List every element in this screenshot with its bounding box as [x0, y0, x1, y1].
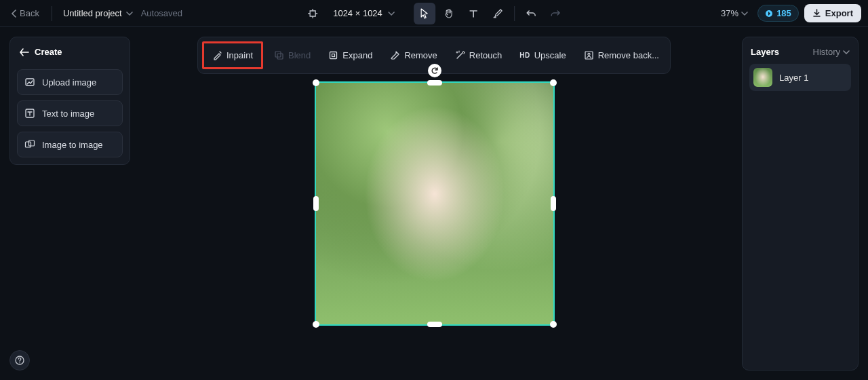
help-icon — [15, 356, 24, 365]
brush-tool[interactable] — [487, 3, 509, 24]
layers-panel-header: Layers History — [749, 44, 851, 64]
zoom-dropdown[interactable]: 37% — [717, 5, 752, 21]
resize-handle-t[interactable] — [427, 80, 442, 86]
canvas-selection[interactable] — [315, 81, 555, 326]
resize-handle-tl[interactable] — [313, 79, 319, 86]
top-bar: Back Untitled project Autosaved 1024 × 1… — [0, 0, 868, 27]
layers-panel: Layers History Layer 1 — [742, 37, 859, 370]
layer-thumbnail — [753, 68, 772, 87]
resize-handle-tr[interactable] — [550, 79, 557, 86]
resize-handle-br[interactable] — [550, 321, 557, 328]
autosave-status: Autosaved — [141, 8, 182, 18]
resize-handle-r[interactable] — [551, 196, 556, 211]
action-label: Upscale — [534, 50, 566, 60]
hand-tool[interactable] — [438, 3, 460, 24]
image-to-image-button[interactable]: Image to image — [17, 132, 123, 157]
divider — [514, 6, 515, 21]
resize-handle-bl[interactable] — [313, 321, 319, 328]
svg-rect-3 — [26, 142, 31, 147]
layer-item[interactable]: Layer 1 — [749, 64, 851, 91]
chevron-down-icon — [388, 11, 395, 16]
wand-icon — [455, 50, 465, 60]
text-to-image-button[interactable]: Text to image — [17, 100, 123, 126]
canvas-dimensions-dropdown[interactable]: 1024 × 1024 — [326, 5, 401, 21]
credits-chip[interactable]: 185 — [757, 5, 799, 22]
crop-tool[interactable] — [302, 3, 323, 24]
history-label: History — [813, 47, 840, 57]
action-label: Remove — [404, 50, 437, 60]
remove-bg-icon — [584, 50, 594, 60]
action-label: Blend — [288, 50, 311, 60]
divider — [52, 6, 52, 21]
layer-label: Layer 1 — [779, 73, 808, 83]
svg-rect-7 — [330, 52, 337, 59]
svg-point-10 — [588, 53, 590, 55]
chevron-down-icon — [741, 11, 748, 16]
download-icon — [812, 9, 821, 18]
action-label: Inpaint — [226, 50, 253, 60]
chevron-down-icon — [126, 11, 133, 16]
svg-rect-5 — [275, 52, 281, 57]
zoom-value: 37% — [721, 8, 738, 18]
text-to-image-icon — [24, 108, 35, 119]
resize-handle-l[interactable] — [313, 196, 319, 211]
create-panel-header: Create — [17, 44, 123, 64]
action-label: Retouch — [469, 50, 502, 60]
canvas-dimensions: 1024 × 1024 — [333, 8, 382, 18]
rotate-handle[interactable] — [428, 64, 441, 77]
create-item-label: Text to image — [42, 109, 94, 119]
upload-image-button[interactable]: Upload image — [17, 69, 123, 95]
canvas-toolbar: 1024 × 1024 — [302, 3, 566, 24]
eraser-icon — [390, 50, 400, 60]
remove-button[interactable]: Remove — [383, 46, 443, 64]
action-label: Expand — [342, 50, 372, 60]
cursor-tool[interactable] — [414, 3, 435, 24]
credits-icon — [765, 10, 773, 18]
back-arrow-icon — [20, 48, 29, 56]
project-name: Untitled project — [63, 8, 122, 18]
remove-background-button[interactable]: Remove back... — [577, 46, 666, 64]
blend-icon — [274, 50, 284, 60]
highlight-annotation: Inpaint — [202, 41, 263, 69]
expand-button[interactable]: Expand — [321, 46, 379, 64]
back-button[interactable]: Back — [7, 5, 43, 21]
upload-image-icon — [24, 77, 35, 88]
text-tool[interactable] — [462, 3, 484, 24]
create-item-label: Upload image — [42, 77, 96, 88]
export-label: Export — [825, 8, 853, 18]
canvas-image — [316, 83, 553, 324]
credits-value: 185 — [776, 8, 791, 18]
expand-icon — [328, 50, 338, 60]
redo-button[interactable] — [545, 3, 566, 24]
svg-rect-6 — [277, 54, 283, 59]
upscale-button[interactable]: HD Upscale — [513, 46, 572, 64]
retouch-button[interactable]: Retouch — [448, 46, 509, 64]
create-title: Create — [35, 47, 62, 57]
create-panel: Create Upload image Text to image Image … — [9, 37, 130, 165]
project-name-dropdown[interactable]: Untitled project — [60, 5, 136, 21]
image-to-image-icon — [24, 139, 35, 150]
action-label: Remove back... — [598, 50, 659, 60]
back-label: Back — [20, 8, 39, 18]
inpaint-icon — [212, 50, 222, 60]
export-button[interactable]: Export — [804, 4, 861, 22]
svg-rect-8 — [332, 54, 335, 57]
svg-rect-4 — [29, 140, 35, 146]
blend-button[interactable]: Blend — [267, 46, 317, 64]
history-dropdown[interactable]: History — [813, 47, 850, 57]
undo-button[interactable] — [520, 3, 542, 24]
hd-badge: HD — [519, 52, 530, 59]
layers-title: Layers — [751, 47, 779, 57]
create-item-label: Image to image — [42, 140, 103, 150]
help-button[interactable] — [9, 350, 30, 370]
resize-handle-b[interactable] — [427, 322, 442, 327]
chevron-down-icon — [843, 50, 850, 55]
inpaint-button[interactable]: Inpaint — [205, 46, 260, 64]
chevron-left-icon — [11, 10, 17, 18]
